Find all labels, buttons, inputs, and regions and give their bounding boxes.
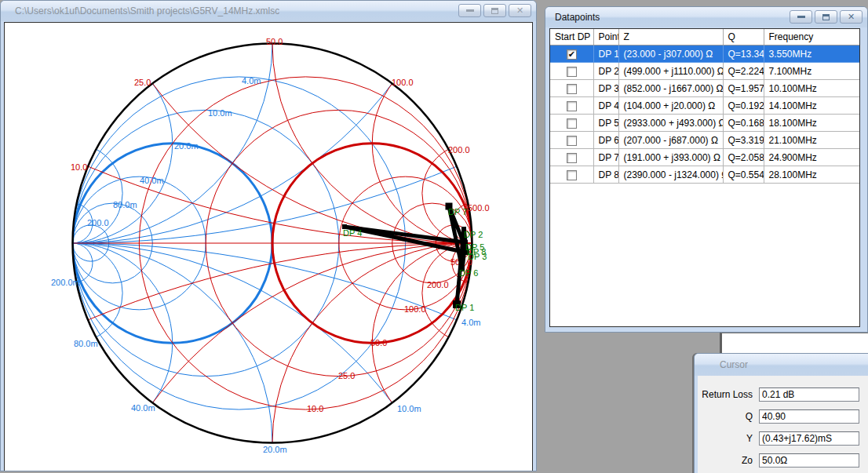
- column-header-frequency[interactable]: Frequency: [764, 29, 859, 45]
- frequency-cell: 7.100MHz: [764, 63, 859, 80]
- return-loss-label: Return Loss: [698, 389, 759, 400]
- datapoint-label: DP 2: [464, 230, 483, 239]
- point-cell: DP 4: [593, 97, 618, 115]
- start-dp-cell: ✔: [550, 45, 593, 63]
- table-header-row: Start DP Point Z Q Frequency: [550, 29, 859, 45]
- start-dp-checkbox[interactable]: [567, 153, 577, 163]
- chart-window-titlebar[interactable]: C:\Users\ok1uf\Documents\Smith projects\…: [1, 1, 536, 21]
- admittance-axis-label: 200.0: [87, 218, 109, 227]
- frequency-cell: 10.100MHz: [764, 80, 859, 97]
- minimize-button[interactable]: [458, 4, 481, 17]
- admittance-axis-label: 200.0m: [51, 278, 80, 287]
- table-row[interactable]: DP 7(191.000 + j393.000) ΩQ=2.05824.900M…: [550, 149, 859, 166]
- maximize-button[interactable]: [815, 10, 837, 24]
- y-label: Y: [698, 433, 759, 444]
- minimize-icon: [797, 16, 805, 18]
- maximize-icon: [491, 8, 498, 14]
- maximize-icon: [822, 14, 830, 20]
- admittance-axis-label: 20.0m: [174, 141, 199, 151]
- cursor-window-title: Cursor: [720, 359, 748, 370]
- point-cell: DP 8: [593, 166, 618, 184]
- column-header-z[interactable]: Z: [618, 29, 723, 45]
- point-cell: DP 5: [593, 115, 618, 132]
- frequency-cell: 28.100MHz: [764, 166, 859, 184]
- admittance-axis-label: 20.0m: [263, 445, 287, 454]
- impedance-axis-label: 10.0: [307, 404, 323, 413]
- z-cell: (104.000 + j20.000) Ω: [618, 97, 723, 115]
- chart-window: C:\Users\ok1uf\Documents\Smith projects\…: [0, 0, 537, 471]
- y-field[interactable]: [759, 431, 859, 446]
- table-row[interactable]: DP 8(2390.000 - j1324.000) ΩQ=0.55428.10…: [550, 166, 859, 184]
- column-header-q[interactable]: Q: [723, 29, 764, 45]
- q-field[interactable]: [759, 409, 859, 424]
- point-cell: DP 6: [593, 132, 618, 149]
- z-cell: (2933.000 + j493.000) Ω: [618, 115, 723, 132]
- admittance-axis-label: 40.0m: [140, 176, 164, 185]
- maximize-button[interactable]: [483, 4, 506, 17]
- column-header-point[interactable]: Point: [593, 29, 618, 45]
- z-cell: (191.000 + j393.000) Ω: [618, 149, 723, 166]
- smith-chart-canvas[interactable]: 10.025.050.0100.0200.0500.010.025.050.01…: [4, 22, 533, 471]
- table-row[interactable]: DP 2(499.000 + j1110.000) ΩQ=2.2247.100M…: [550, 63, 859, 80]
- zo-label: Zo: [698, 455, 759, 466]
- q-cell: Q=1.957: [723, 80, 764, 97]
- admittance-axis-label: 10.0m: [208, 108, 232, 118]
- admittance-axis-label: 4.0m: [242, 76, 261, 86]
- admittance-axis-label: 40.0m: [131, 403, 155, 413]
- start-dp-cell: [550, 97, 593, 115]
- table-row[interactable]: DP 6(207.000 - j687.000) ΩQ=3.31921.100M…: [550, 132, 859, 149]
- impedance-axis-label: 100.0: [392, 78, 414, 87]
- impedance-axis-label: 200.0: [448, 145, 470, 155]
- start-dp-checkbox[interactable]: [567, 67, 577, 77]
- datapoints-table: Start DP Point Z Q Frequency ✔DP 1(23.00…: [550, 29, 859, 184]
- start-dp-checkbox[interactable]: ✔: [567, 49, 577, 60]
- start-dp-checkbox[interactable]: [567, 118, 577, 129]
- close-icon: ✕: [516, 6, 523, 15]
- z-cell: (852.000 - j1667.000) Ω: [618, 80, 723, 97]
- q-cell: Q=13.348: [723, 45, 764, 63]
- frequency-cell: 24.900MHz: [764, 149, 859, 166]
- zo-field[interactable]: [759, 453, 859, 468]
- table-row[interactable]: ✔DP 1(23.000 - j307.000) ΩQ=13.3483.550M…: [550, 45, 859, 63]
- datapoints-window-titlebar[interactable]: Datapoints ✕: [545, 7, 867, 27]
- close-button[interactable]: ✕: [840, 10, 863, 24]
- admittance-axis-label: 4.0m: [461, 318, 480, 327]
- smith-chart[interactable]: 10.025.050.0100.0200.0500.010.025.050.01…: [5, 23, 533, 471]
- datapoint-label: DP 4: [343, 228, 362, 238]
- column-header-start-dp[interactable]: Start DP: [550, 29, 593, 45]
- impedance-axis-label: 10.0: [71, 162, 87, 172]
- admittance-axis-label: 80.0m: [74, 339, 98, 348]
- chart-window-title: C:\Users\ok1uf\Documents\Smith projects\…: [15, 5, 279, 16]
- start-dp-checkbox[interactable]: [567, 136, 577, 146]
- desktop: { "main_window": { "title": "C:\\Users\\…: [0, 0, 868, 473]
- z-cell: (2390.000 - j1324.000) Ω: [618, 166, 723, 184]
- datapoint-label: DP 1: [455, 303, 474, 312]
- close-button[interactable]: ✕: [509, 4, 531, 17]
- q-cell: Q=0.554: [723, 166, 764, 184]
- start-dp-checkbox[interactable]: [567, 101, 577, 111]
- table-row[interactable]: DP 3(852.000 - j1667.000) ΩQ=1.95710.100…: [550, 80, 859, 97]
- minimize-button[interactable]: [790, 10, 812, 24]
- frequency-cell: 3.550MHz: [764, 45, 859, 63]
- close-icon: ✕: [848, 13, 855, 21]
- minimize-icon: [466, 9, 474, 12]
- start-dp-cell: [550, 132, 593, 149]
- datapoints-window-title: Datapoints: [555, 12, 600, 23]
- point-cell: DP 2: [593, 63, 618, 80]
- cursor-window-titlebar[interactable]: Cursor: [695, 354, 868, 376]
- impedance-axis-label: 500.0: [468, 203, 490, 213]
- frequency-cell: 14.100MHz: [764, 97, 859, 115]
- start-dp-cell: [550, 115, 593, 132]
- table-row[interactable]: DP 4(104.000 + j20.000) ΩQ=0.19214.100MH…: [550, 97, 859, 115]
- admittance-axis-label: 10.0m: [397, 404, 421, 413]
- return-loss-field[interactable]: [759, 387, 859, 402]
- table-row[interactable]: DP 5(2933.000 + j493.000) ΩQ=0.16818.100…: [550, 115, 859, 132]
- background-window-fragment[interactable]: [720, 333, 868, 353]
- datapoints-table-body: ✔DP 1(23.000 - j307.000) ΩQ=13.3483.550M…: [550, 45, 859, 184]
- start-dp-checkbox[interactable]: [567, 84, 577, 94]
- point-cell: DP 1: [593, 45, 618, 63]
- z-cell: (499.000 + j1110.000) Ω: [618, 63, 723, 80]
- frequency-cell: 18.100MHz: [764, 115, 859, 132]
- start-dp-checkbox[interactable]: [567, 170, 577, 180]
- datapoint-label: DP 7: [448, 207, 467, 216]
